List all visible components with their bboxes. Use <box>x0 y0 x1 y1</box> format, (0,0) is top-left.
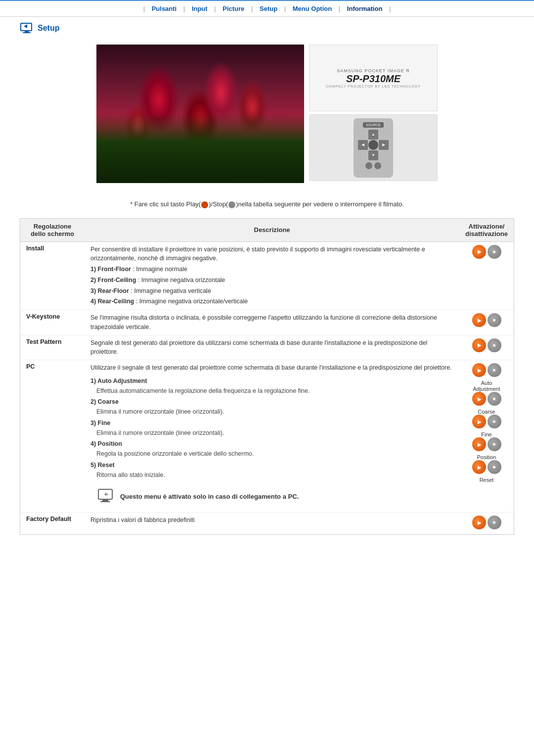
install-stop-btn[interactable] <box>488 245 501 259</box>
page-header: Setup <box>0 17 534 40</box>
sub-item: 3) Rear-Floor : Immagine negativa vertic… <box>90 286 453 296</box>
factory-label: Factory Default <box>20 513 85 535</box>
vkeystone-label: V-Keystone <box>20 310 85 335</box>
side-images: SAMSUNG POCKET IMAGE R SP-P310ME COMPACT… <box>309 45 438 183</box>
pc-fine-stop-btn[interactable] <box>488 415 501 428</box>
vkeystone-action <box>459 310 514 335</box>
setup-icon <box>20 23 34 34</box>
pc-coarse-stop-btn[interactable] <box>488 392 501 406</box>
install-label: Install <box>20 241 85 310</box>
pc-fine-label: Fine <box>481 431 491 437</box>
sub-item: 1) Front-Floor : Immagine normale <box>90 265 453 274</box>
factory-stop-btn[interactable] <box>488 516 501 529</box>
testpattern-action <box>459 335 514 360</box>
projector-image: SAMSUNG POCKET IMAGE R SP-P310ME COMPACT… <box>309 45 438 111</box>
nav-setup[interactable]: Setup <box>260 5 277 12</box>
table-row: Install Per consentire di installare il … <box>20 241 514 310</box>
tulip-image <box>96 45 304 183</box>
testpattern-btn-pair <box>465 338 508 352</box>
testpattern-label: Test Pattern <box>20 335 85 360</box>
pc-position-btn-pair <box>472 437 501 451</box>
nav-separator: | <box>389 5 391 12</box>
svg-rect-5 <box>102 499 108 501</box>
pc-coarse-label: Coarse <box>478 409 495 415</box>
pc-action-group: AutoAdjustment Coarse Fine <box>465 363 508 483</box>
col-header-desc: Descrizione <box>85 219 459 242</box>
nav-menuoption[interactable]: Menu Option <box>293 5 332 12</box>
remote-dpad: ▲ ◀ ▶ ▼ <box>358 130 389 160</box>
pc-position-stop-btn[interactable] <box>488 437 501 451</box>
projector-sub: COMPACT PROJECTOR BY LED TECHNOLOGY <box>326 85 421 88</box>
nav-separator: | <box>143 5 145 12</box>
remote-bottom-btns <box>365 162 381 169</box>
pc-reset-btn-pair <box>472 460 501 474</box>
remote-body: SOURCE ▲ ◀ ▶ ▼ <box>354 118 393 178</box>
nav-input[interactable]: Input <box>192 5 208 12</box>
stop-icon-inline <box>228 201 235 208</box>
vkeystone-play-btn[interactable] <box>472 313 486 327</box>
pc-position-label: Position <box>477 454 496 460</box>
projector-model: SP-P310ME <box>346 73 400 85</box>
testpattern-play-btn[interactable] <box>472 338 486 352</box>
factory-btn-pair <box>465 516 508 529</box>
nav-separator: | <box>284 5 286 12</box>
pc-icon <box>96 487 114 505</box>
sub-desc: Elimina il rumore orizzontale (linee ori… <box>96 428 453 438</box>
sub-desc: Regola la posizione orizzontale e vertic… <box>96 449 453 459</box>
remote-image: SOURCE ▲ ◀ ▶ ▼ <box>309 114 438 181</box>
table-row: PC Utilizzare il segnale di test generat… <box>20 360 514 513</box>
install-play-btn[interactable] <box>472 245 486 259</box>
pc-auto-btn-pair <box>472 363 501 377</box>
pc-coarse-play-btn[interactable] <box>472 392 486 406</box>
sub-item: 4) Rear-Ceiling : Immagine negativa oriz… <box>90 297 453 306</box>
factory-desc: Ripristina i valori di fabbrica predefin… <box>85 513 459 535</box>
projector-brand: SAMSUNG POCKET IMAGE R <box>337 68 409 73</box>
pc-auto-play-btn[interactable] <box>472 363 486 377</box>
vkeystone-desc: Se l'immagine risulta distorta o inclina… <box>85 310 459 335</box>
testpattern-desc: Segnale di test generato dal proiettore … <box>85 335 459 360</box>
svg-marker-3 <box>24 24 27 28</box>
install-action <box>459 241 514 310</box>
nav-information[interactable]: Information <box>347 5 383 12</box>
nav-picture[interactable]: Picture <box>222 5 244 12</box>
table-row: V-Keystone Se l'immagine risulta distort… <box>20 310 514 335</box>
pc-position-play-btn[interactable] <box>472 437 486 451</box>
top-navigation: | Pulsanti | Input | Picture | Setup | M… <box>0 0 534 17</box>
pc-note-text: Questo menu è attivato solo in caso di c… <box>120 492 299 502</box>
page-title: Setup <box>38 24 59 33</box>
pc-fine-btn-pair <box>472 415 501 428</box>
pc-auto-stop-btn[interactable] <box>488 363 501 377</box>
table-header-row: Regolazionedello schermo Descrizione Att… <box>20 219 514 242</box>
sub-item: 2) Front-Ceiling : Immagine negativa ori… <box>90 276 453 285</box>
nav-pulsanti[interactable]: Pulsanti <box>152 5 177 12</box>
remote-source-btn: SOURCE <box>363 122 384 128</box>
notice-text: * Fare clic sul tasto Play()/Stop()nella… <box>0 193 534 213</box>
col-header-action: Attivazione/disattivazione <box>459 219 514 242</box>
vkeystone-btn-pair <box>465 313 508 327</box>
col-header-screen: Regolazionedello schermo <box>20 219 85 242</box>
install-desc: Per consentire di installare il proietto… <box>85 241 459 310</box>
svg-rect-1 <box>25 31 29 32</box>
sub-item: 4) Position <box>90 439 453 449</box>
feature-table: Regolazionedello schermo Descrizione Att… <box>20 219 514 535</box>
nav-separator: | <box>183 5 185 12</box>
pc-label: PC <box>20 360 85 513</box>
sub-desc: Elimina il rumore orizzontale (linee ori… <box>96 407 453 417</box>
main-table-wrapper: Regolazionedello schermo Descrizione Att… <box>20 218 514 535</box>
factory-action <box>459 513 514 535</box>
pc-reset-stop-btn[interactable] <box>488 460 501 474</box>
vkeystone-stop-btn[interactable] <box>488 313 501 327</box>
nav-separator: | <box>251 5 253 12</box>
image-area: SAMSUNG POCKET IMAGE R SP-P310ME COMPACT… <box>0 40 534 193</box>
pc-note-box: Questo menu è attivato solo in caso di c… <box>90 483 453 509</box>
sub-desc: Ritorna allo stato iniziale. <box>96 471 453 480</box>
pc-reset-play-btn[interactable] <box>472 460 486 474</box>
sub-item: 3) Fine <box>90 419 453 428</box>
sub-item: 2) Coarse <box>90 397 453 407</box>
play-icon-inline <box>201 201 208 208</box>
testpattern-stop-btn[interactable] <box>488 338 501 352</box>
install-btn-pair <box>465 245 508 259</box>
pc-fine-play-btn[interactable] <box>472 415 486 428</box>
pc-reset-label: Reset <box>480 477 494 483</box>
factory-play-btn[interactable] <box>472 516 486 529</box>
